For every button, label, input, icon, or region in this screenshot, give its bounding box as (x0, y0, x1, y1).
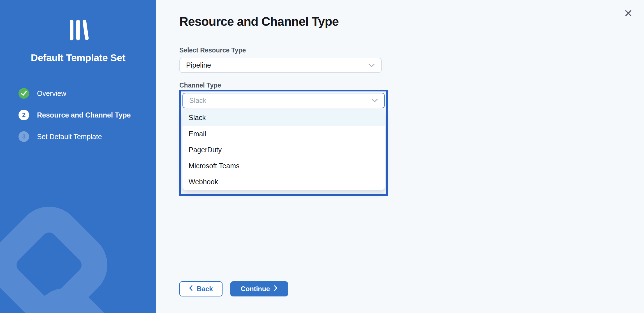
sidebar-watermark-pattern (0, 0, 156, 313)
wizard-title: Default Template Set (0, 52, 156, 63)
channel-type-label: Channel Type (179, 82, 644, 89)
step-number-badge: 2 (18, 110, 29, 120)
step-resource-and-channel-type[interactable]: 2 Resource and Channel Type (0, 110, 156, 120)
step-label: Resource and Channel Type (37, 111, 131, 119)
chevron-right-icon (274, 285, 278, 293)
wizard-content: Resource and Channel Type Select Resourc… (156, 0, 644, 313)
logo-bar (76, 20, 80, 40)
x-icon (625, 10, 632, 18)
close-button[interactable] (622, 7, 634, 20)
page-title: Resource and Channel Type (179, 15, 644, 29)
step-overview[interactable]: Overview (0, 88, 156, 99)
channel-type-placeholder: Slack (189, 96, 206, 105)
resource-type-value: Pipeline (186, 61, 211, 69)
continue-button-label: Continue (241, 285, 270, 293)
wizard-sidebar: Default Template Set Overview 2 Resource… (0, 0, 156, 313)
chevron-down-icon (371, 96, 378, 105)
option-email[interactable]: Email (182, 126, 385, 142)
continue-button[interactable]: Continue (230, 281, 288, 296)
chevron-left-icon (189, 285, 193, 293)
channel-type-focus-ring: Slack Slack Email PagerDuty Microsoft Te… (179, 90, 388, 196)
wizard-modal: Default Template Set Overview 2 Resource… (0, 0, 644, 313)
wizard-steps: Overview 2 Resource and Channel Type 3 S… (0, 88, 156, 142)
option-webhook[interactable]: Webhook (182, 174, 385, 190)
bookshelf-logo-icon (0, 20, 156, 42)
wizard-actions: Back Continue (179, 281, 288, 296)
option-microsoft-teams[interactable]: Microsoft Teams (182, 158, 385, 174)
chevron-down-icon (368, 61, 375, 69)
step-set-default-template[interactable]: 3 Set Default Template (0, 131, 156, 142)
resource-type-select[interactable]: Pipeline (179, 58, 382, 73)
back-button[interactable]: Back (179, 281, 223, 296)
check-icon (18, 88, 29, 99)
option-slack[interactable]: Slack (182, 110, 385, 126)
option-pagerduty[interactable]: PagerDuty (182, 142, 385, 158)
channel-type-select[interactable]: Slack (182, 93, 385, 108)
step-label: Overview (37, 89, 66, 98)
step-number-badge: 3 (18, 131, 29, 142)
resource-type-label: Select Resource Type (179, 47, 644, 54)
logo-bar-tilted (82, 19, 89, 40)
logo-bar (70, 20, 73, 40)
channel-type-dropdown: Slack Email PagerDuty Microsoft Teams We… (182, 110, 385, 190)
back-button-label: Back (197, 285, 213, 293)
step-label: Set Default Template (37, 133, 102, 141)
